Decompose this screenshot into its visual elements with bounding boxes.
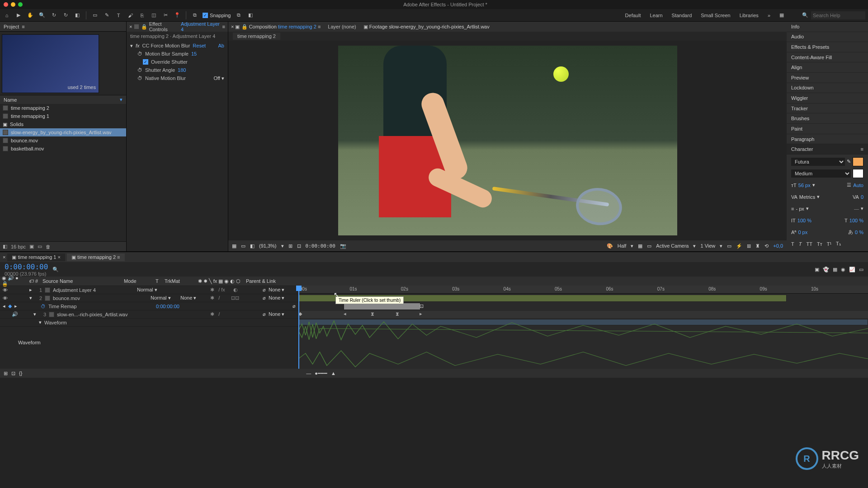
dd-icon[interactable]: ▾ xyxy=(861,206,863,211)
hand-tool-icon[interactable]: ✋ xyxy=(26,11,34,19)
eye-icon[interactable]: 👁 xyxy=(3,296,8,301)
effect-header[interactable]: ▾ fx CC Force Motion Blur Reset Ab xyxy=(130,42,224,50)
clone-tool-icon[interactable]: ⎘ xyxy=(138,11,146,19)
panel-paint[interactable]: Paint xyxy=(787,124,868,134)
view-count[interactable]: 1 View xyxy=(700,243,715,249)
diamond-icon[interactable]: ◆ xyxy=(8,303,12,309)
font-size-value[interactable]: 56 px xyxy=(798,183,811,188)
eraser-tool-icon[interactable]: ◫ xyxy=(150,11,158,19)
twirl-open-icon[interactable]: ▾ xyxy=(33,311,36,317)
lock-icon[interactable]: 🔒 xyxy=(141,24,147,30)
interpret-icon[interactable]: ◧ xyxy=(3,244,7,249)
search-icon[interactable]: 🔍 xyxy=(52,267,59,272)
stopwatch-on-icon[interactable]: ⏱ xyxy=(41,304,46,309)
font-weight-select[interactable]: Medium xyxy=(791,169,851,178)
ec-prop-dropdown[interactable]: Off ▾ xyxy=(213,75,224,81)
snapshot-icon[interactable]: 📷 xyxy=(340,243,346,249)
keyframe-nav-next-icon[interactable]: ▸ xyxy=(14,303,17,309)
panel-info[interactable]: Info xyxy=(787,22,868,32)
region-icon[interactable]: ◧ xyxy=(250,243,255,249)
layer-name[interactable]: bounce.mov xyxy=(53,296,148,301)
rectangle-tool-icon[interactable]: ▭ xyxy=(91,11,99,19)
timecode-display[interactable]: 0:00:00:00 xyxy=(5,263,48,271)
search-help-input[interactable] xyxy=(811,11,865,19)
col-parent[interactable]: Parent & Link xyxy=(244,278,289,284)
viewer-subtab-label[interactable]: time remapping 2 xyxy=(233,33,280,40)
parent-select[interactable]: None ▾ xyxy=(269,287,296,293)
panel-content-aware[interactable]: Content-Aware Fill xyxy=(787,52,868,63)
minimize-window-icon[interactable] xyxy=(11,2,15,7)
snap-extra2-icon[interactable]: ◧ xyxy=(246,11,255,19)
color-mgmt-icon[interactable]: 🎨 xyxy=(607,243,613,249)
res-dropdown-icon[interactable]: ▾ xyxy=(631,243,633,249)
project-item[interactable]: time remapping 2 xyxy=(0,104,126,112)
workspace-grid-icon[interactable]: ▦ xyxy=(779,12,784,18)
layer-row[interactable]: 🔊 ▾ 3 slow-en...-rich-pixies_Artlist.wav… xyxy=(0,310,298,318)
dd-icon[interactable]: ▾ xyxy=(806,206,809,211)
ec-prop-value[interactable]: 180 xyxy=(178,67,186,73)
motion-blur-icon[interactable]: ◉ xyxy=(841,267,845,272)
workspace-smallscreen[interactable]: Small Screen xyxy=(701,13,730,18)
current-time[interactable]: 0:00:00:00 00000 (23.976 fps) xyxy=(5,263,48,277)
twirl-icon[interactable]: ▾ xyxy=(130,43,133,49)
panel-preview[interactable]: Preview xyxy=(787,73,868,83)
roto-tool-icon[interactable]: ✂ xyxy=(161,11,170,19)
stopwatch-icon[interactable]: ⏱ xyxy=(137,75,142,81)
draft-3d-icon[interactable]: ▭ xyxy=(859,267,863,272)
zoom-window-icon[interactable] xyxy=(18,2,23,7)
stopwatch-icon[interactable]: ⏱ xyxy=(137,67,142,73)
trkmat-select[interactable]: None ▾ xyxy=(180,295,208,301)
camera-select[interactable]: Active Camera xyxy=(656,243,689,249)
view-dropdown-icon[interactable]: ▾ xyxy=(720,243,722,249)
snap-extra-icon[interactable]: ⧉ xyxy=(235,11,243,19)
timeline-icon[interactable]: ⊞ xyxy=(747,243,751,249)
blend-mode[interactable]: Normal ▾ xyxy=(137,287,164,293)
project-tab[interactable]: Project ≡ xyxy=(0,22,126,32)
panel-character[interactable]: Character ≡ xyxy=(787,144,868,155)
leading-value[interactable]: Auto xyxy=(853,183,863,188)
brush-tool-icon[interactable]: 🖌 xyxy=(126,11,134,19)
keyframe-nav-prev-icon[interactable]: ◂ xyxy=(3,303,5,309)
parent-select[interactable]: None ▾ xyxy=(269,311,296,317)
frame-blend-icon[interactable]: ▦ xyxy=(833,267,837,272)
checkbox-on-icon[interactable]: ✓ xyxy=(143,59,148,65)
flowchart-icon[interactable]: ♜ xyxy=(755,243,760,249)
project-item[interactable]: slow-energy_by_young-rich-pixies_Artlist… xyxy=(0,128,126,136)
twirl-open-icon[interactable]: ▾ xyxy=(29,295,32,301)
tracking-value[interactable]: 0 xyxy=(861,194,863,200)
bpc-toggle[interactable]: 16 bpc xyxy=(11,244,26,249)
col-sort-icon[interactable]: ▾ xyxy=(120,97,123,103)
layer-name[interactable]: Adjustment Layer 4 xyxy=(53,287,134,293)
fast-preview-icon[interactable]: ⚡ xyxy=(736,243,742,249)
parent-select[interactable]: None ▾ xyxy=(269,295,296,301)
effect-about[interactable]: Ab xyxy=(218,43,224,48)
faux-bold-icon[interactable]: T xyxy=(791,241,794,247)
faux-italic-icon[interactable]: T xyxy=(799,241,802,247)
alpha-icon[interactable]: ▦ xyxy=(232,243,236,249)
small-caps-icon[interactable]: Tт xyxy=(817,241,822,247)
workspace-standard[interactable]: Standard xyxy=(672,13,692,18)
panel-menu-icon[interactable]: ≡ xyxy=(861,146,863,152)
pixel-aspect-icon[interactable]: ▭ xyxy=(727,243,731,249)
snapping-toggle[interactable]: ✓ Snapping xyxy=(203,13,231,18)
home-icon[interactable]: ⌂ xyxy=(3,11,11,19)
kerning-value[interactable]: Metrics xyxy=(799,194,815,200)
workspace-more-icon[interactable]: » xyxy=(768,13,770,18)
eye-icon[interactable]: 👁 xyxy=(3,287,8,293)
stopwatch-icon[interactable]: ⏱ xyxy=(137,51,142,56)
panel-menu-icon[interactable]: ≡ xyxy=(222,24,225,29)
workspace-learn[interactable]: Learn xyxy=(650,13,662,18)
viewer-tab-comp[interactable]: × ▣ 🔒 Composition time remapping 2 ≡ xyxy=(231,24,321,30)
col-trkmat[interactable]: TrkMat xyxy=(163,278,194,284)
panel-tracker[interactable]: Tracker xyxy=(787,103,868,114)
panel-effects-presets[interactable]: Effects & Presets xyxy=(787,42,868,52)
time-ruler[interactable]: :00s 01s 02s 03s 04s 05s 06s 07s 08s 09s… xyxy=(298,286,868,294)
tsume-value[interactable]: 0 % xyxy=(855,230,863,235)
shy-icon[interactable]: 👻 xyxy=(823,267,829,272)
col-mode[interactable]: Mode xyxy=(122,278,154,284)
pickwhip-icon[interactable]: ⌀ xyxy=(292,303,296,309)
panel-paragraph[interactable]: Paragraph xyxy=(787,134,868,145)
col-source-name[interactable]: Source Name xyxy=(41,278,122,284)
ruler-icon[interactable]: ⊞ xyxy=(288,243,292,249)
pen-tool-icon[interactable]: ✎ xyxy=(103,11,111,19)
